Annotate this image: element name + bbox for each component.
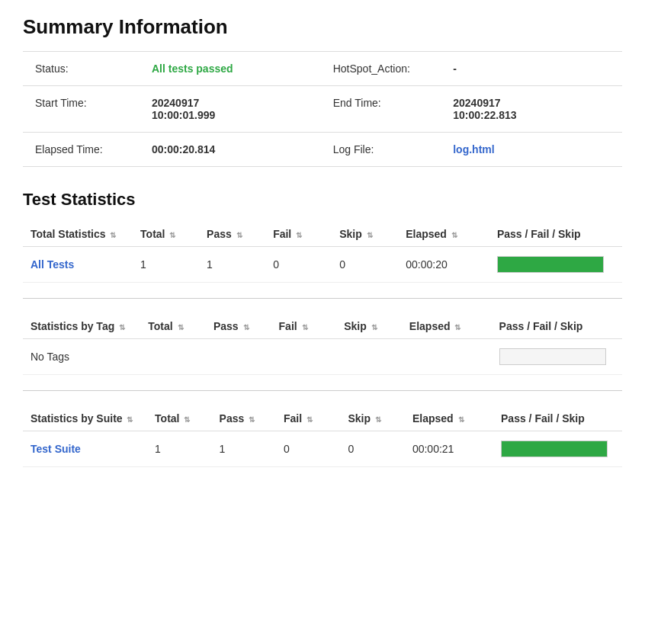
elapsed-sort-icon-1[interactable]: ⇅	[451, 231, 457, 239]
fail-sort-icon-2[interactable]: ⇅	[302, 323, 308, 332]
no-tags-row: No Tags	[23, 339, 622, 375]
test-statistics-section: Test Statistics Total Statistics ⇅ Total…	[23, 190, 622, 467]
suite-statistics-header-group: Statistics by Suite ⇅ Total ⇅ Pass ⇅ Fai…	[23, 406, 622, 431]
col-header-total-3: Total ⇅	[147, 406, 211, 431]
test-statistics-title: Test Statistics	[23, 190, 622, 210]
elapsed-time-label: Elapsed Time:	[23, 133, 140, 167]
elapsed-sort-icon-3[interactable]: ⇅	[458, 415, 464, 424]
elapsed-time-value: 00:00:20.814	[140, 133, 321, 167]
tag-statistics-group-label: Statistics by Tag ⇅	[23, 314, 140, 339]
col-header-fail-2: Fail ⇅	[271, 314, 337, 339]
test-suite-bar-cell	[493, 431, 622, 467]
fail-sort-icon-1[interactable]: ⇅	[296, 231, 302, 239]
col-header-elapsed-3: Elapsed ⇅	[405, 406, 493, 431]
tag-statistics-header-group: Statistics by Tag ⇅ Total ⇅ Pass ⇅ Fail …	[23, 314, 622, 339]
all-tests-bar-cell	[489, 247, 622, 283]
total-statistics-header-group: Total Statistics ⇅ Total ⇅ Pass ⇅ Fail ⇅…	[23, 222, 622, 247]
all-tests-pass-fill	[498, 257, 603, 272]
log-file-label: Log File:	[321, 133, 441, 167]
col-header-fail-1: Fail ⇅	[265, 222, 332, 247]
summary-title: Summary Information	[23, 15, 622, 39]
tag-statistics-table: Statistics by Tag ⇅ Total ⇅ Pass ⇅ Fail …	[23, 314, 622, 375]
test-suite-row: Test Suite 1 1 0 0 00:00:21	[23, 431, 622, 467]
all-tests-row: All Tests 1 1 0 0 00:00:20	[23, 247, 622, 283]
suite-stat-sort-icon[interactable]: ⇅	[127, 415, 133, 424]
col-header-elapsed-2: Elapsed ⇅	[402, 314, 492, 339]
test-suite-pass-bar	[501, 441, 608, 457]
total-sort-icon-3[interactable]: ⇅	[184, 415, 190, 424]
col-header-skip-2: Skip ⇅	[336, 314, 402, 339]
all-tests-total: 1	[133, 247, 199, 283]
no-tags-label: No Tags	[23, 339, 492, 375]
divider-1	[23, 298, 622, 299]
start-time-label: Start Time:	[23, 86, 140, 133]
col-header-skip-1: Skip ⇅	[332, 222, 398, 247]
summary-section: Summary Information Status: All tests pa…	[23, 15, 622, 167]
test-suite-pass: 1	[212, 431, 276, 467]
pass-sort-icon-3[interactable]: ⇅	[249, 415, 255, 424]
skip-sort-icon-2[interactable]: ⇅	[371, 323, 377, 332]
status-label: Status:	[23, 52, 140, 86]
no-tags-bar	[499, 348, 606, 365]
fail-sort-icon-3[interactable]: ⇅	[306, 415, 313, 424]
skip-sort-icon-1[interactable]: ⇅	[367, 231, 373, 239]
all-tests-name: All Tests	[23, 247, 133, 283]
summary-row-time: Start Time: 2024091710:00:01.999 End Tim…	[23, 86, 622, 133]
log-file-link[interactable]: log.html	[453, 143, 494, 155]
col-header-skip-3: Skip ⇅	[340, 406, 404, 431]
col-header-pass-3: Pass ⇅	[212, 406, 276, 431]
summary-table: Status: All tests passed HotSpot_Action:…	[23, 51, 622, 167]
col-header-elapsed-1: Elapsed ⇅	[398, 222, 489, 247]
col-header-total-1: Total ⇅	[133, 222, 199, 247]
end-time-label: End Time:	[321, 86, 441, 133]
test-suite-pass-fill	[502, 441, 607, 457]
elapsed-sort-icon-2[interactable]: ⇅	[454, 323, 460, 332]
col-header-bar-2: Pass / Fail / Skip	[492, 314, 622, 339]
total-sort-icon-2[interactable]: ⇅	[178, 323, 184, 332]
end-time-value: 2024091710:00:22.813	[441, 86, 622, 133]
all-tests-pass-bar	[497, 256, 604, 273]
pass-sort-icon-1[interactable]: ⇅	[236, 231, 242, 239]
all-tests-skip: 0	[332, 247, 398, 283]
col-header-fail-3: Fail ⇅	[276, 406, 340, 431]
total-statistics-group-label: Total Statistics ⇅	[23, 222, 133, 247]
total-sort-icon[interactable]: ⇅	[169, 231, 175, 239]
col-header-pass-2: Pass ⇅	[206, 314, 271, 339]
suite-statistics-table: Statistics by Suite ⇅ Total ⇅ Pass ⇅ Fai…	[23, 406, 622, 467]
all-tests-elapsed: 00:00:20	[398, 247, 489, 283]
col-header-total-2: Total ⇅	[140, 314, 206, 339]
hotspot-value: -	[441, 52, 622, 86]
no-tags-bar-cell	[492, 339, 622, 375]
tag-stat-sort-icon[interactable]: ⇅	[119, 323, 125, 332]
status-value: All tests passed	[140, 52, 321, 86]
start-time-value: 2024091710:00:01.999	[140, 86, 321, 133]
summary-row-elapsed: Elapsed Time: 00:00:20.814 Log File: log…	[23, 133, 622, 167]
col-header-pass-1: Pass ⇅	[199, 222, 265, 247]
suite-statistics-group-label: Statistics by Suite ⇅	[23, 406, 147, 431]
pass-sort-icon-2[interactable]: ⇅	[243, 323, 249, 332]
summary-row-status: Status: All tests passed HotSpot_Action:…	[23, 52, 622, 86]
log-file-value: log.html	[441, 133, 622, 167]
col-header-bar-3: Pass / Fail / Skip	[493, 406, 622, 431]
skip-sort-icon-3[interactable]: ⇅	[375, 415, 381, 424]
all-tests-fail: 0	[265, 247, 332, 283]
test-suite-link[interactable]: Test Suite	[30, 443, 81, 455]
test-suite-elapsed: 00:00:21	[405, 431, 493, 467]
test-suite-skip: 0	[340, 431, 404, 467]
test-suite-fail: 0	[276, 431, 340, 467]
total-statistics-table: Total Statistics ⇅ Total ⇅ Pass ⇅ Fail ⇅…	[23, 222, 622, 283]
all-tests-link[interactable]: All Tests	[30, 258, 74, 271]
total-stat-sort-icon[interactable]: ⇅	[110, 231, 116, 239]
col-header-bar-1: Pass / Fail / Skip	[489, 222, 622, 247]
all-tests-pass: 1	[199, 247, 265, 283]
divider-2	[23, 390, 622, 391]
test-suite-name: Test Suite	[23, 431, 147, 467]
test-suite-total: 1	[147, 431, 211, 467]
hotspot-label: HotSpot_Action:	[321, 52, 441, 86]
